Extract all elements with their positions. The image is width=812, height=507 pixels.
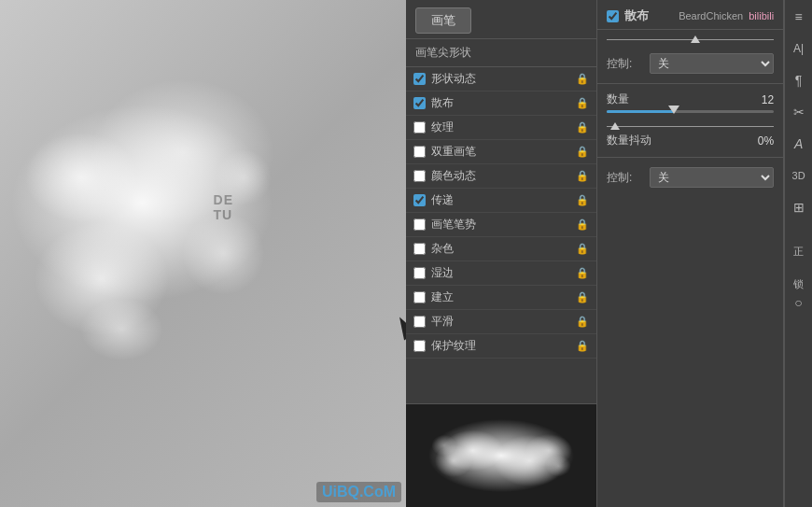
lock-icon-protect: 🔒	[576, 340, 589, 352]
checkbox-smooth[interactable]	[413, 316, 426, 328]
count-slider-thumb[interactable]	[668, 106, 679, 114]
label-scatter: 散布	[431, 95, 572, 111]
right-toolbar: ≡ A| ¶ ✂ A 3D ⊞ 正 锁 ○	[784, 0, 812, 507]
control-dropdown-1[interactable]: 关	[650, 53, 774, 74]
checkbox-protect-texture[interactable]	[413, 340, 426, 352]
lock-icon-shape: 🔒	[576, 73, 589, 85]
checkbox-scatter[interactable]	[413, 97, 426, 109]
scatter-panel: 散布 BeardChicken bilibili 控制: 关 数量	[597, 0, 784, 507]
toolbar-icon-lock[interactable]: 锁	[787, 259, 811, 283]
checkbox-noise[interactable]	[413, 243, 426, 255]
count-slider-track[interactable]	[607, 110, 774, 113]
lock-icon-dual: 🔒	[576, 146, 589, 158]
right-section: 画笔 画笔尖形状 形状动态 🔒 散布 🔒 纹理 🔒 双重画笔 🔒 颜色动态 🔒	[406, 0, 812, 507]
checkbox-dual-brush[interactable]	[413, 146, 426, 158]
scatter-header: 散布 BeardChicken bilibili	[597, 0, 783, 30]
scatter-slider-area	[597, 30, 783, 48]
count-value: 12	[762, 93, 774, 106]
count-jitter-value: 0%	[758, 134, 774, 148]
checkbox-transfer[interactable]	[413, 194, 426, 206]
option-shape-dynamics[interactable]: 形状动态 🔒	[406, 67, 596, 92]
count-jitter-label-row: 数量抖动 0%	[607, 133, 774, 148]
checkbox-brush-pose[interactable]	[413, 218, 426, 231]
divider-1	[597, 83, 783, 84]
brush-btn-area: 画笔	[406, 0, 596, 39]
toolbar-icon-grid[interactable]: ⊞	[787, 195, 811, 219]
lock-icon-build: 🔒	[576, 291, 589, 303]
label-noise: 杂色	[431, 241, 572, 257]
toolbar-icon-font[interactable]: A	[787, 132, 811, 156]
bilibili-logo: bilibili	[749, 10, 774, 21]
lock-icon-pose: 🔒	[576, 218, 589, 231]
lock-icon-scatter: 🔒	[576, 97, 589, 109]
brush-panel: 画笔 画笔尖形状 形状动态 🔒 散布 🔒 纹理 🔒 双重画笔 🔒 颜色动态 🔒	[406, 0, 597, 507]
lock-icon-smooth: 🔒	[576, 316, 589, 328]
option-color-dynamics[interactable]: 颜色动态 🔒	[406, 164, 596, 189]
count-slider-container: 数量 12	[597, 88, 783, 122]
label-smooth: 平滑	[431, 314, 572, 330]
toolbar-icon-paragraph[interactable]: ¶	[787, 68, 811, 92]
uibq-watermark: UiBQ.CoM	[316, 482, 401, 502]
lock-icon-transfer: 🔒	[576, 194, 589, 206]
option-dual-brush[interactable]: 双重画笔 🔒	[406, 140, 596, 164]
option-wet-edges[interactable]: 湿边 🔒	[406, 261, 596, 286]
toolbar-icon-3d[interactable]: 3D	[787, 163, 811, 188]
brush-preview	[406, 403, 596, 507]
label-brush-pose: 画笔笔势	[431, 217, 572, 232]
control-dropdown-2[interactable]: 关	[650, 167, 774, 188]
toolbar-icon-menu[interactable]: ≡	[787, 5, 811, 29]
option-texture[interactable]: 纹理 🔒	[406, 116, 596, 140]
lock-icon-wet: 🔒	[576, 267, 589, 279]
count-label: 数量	[607, 92, 629, 107]
lock-icon-noise: 🔒	[576, 243, 589, 255]
checkbox-shape-dynamics[interactable]	[413, 73, 426, 85]
label-protect-texture: 保护纹理	[431, 338, 572, 354]
label-build: 建立	[431, 289, 572, 305]
count-jitter-thumb-up[interactable]	[610, 122, 620, 130]
label-transfer: 传递	[431, 192, 572, 208]
scatter-slider-thumb-up[interactable]	[691, 35, 700, 43]
canvas-area: DETU UiBQ.CoM	[0, 0, 406, 507]
label-wet-edges: 湿边	[431, 265, 572, 281]
control-row-1: 控制: 关	[597, 48, 783, 79]
toolbar-icon-circle[interactable]: ○	[787, 290, 811, 315]
toolbar-icon-align[interactable]: 正	[787, 227, 811, 251]
toolbar-icon-scissors[interactable]: ✂	[787, 100, 811, 124]
option-build[interactable]: 建立 🔒	[406, 286, 596, 310]
option-noise[interactable]: 杂色 🔒	[406, 237, 596, 261]
cloud-background	[0, 0, 406, 507]
lock-icon-color: 🔒	[576, 170, 589, 182]
brush-button[interactable]: 画笔	[415, 7, 471, 34]
option-scatter[interactable]: 散布 🔒	[406, 92, 596, 116]
count-jitter-container: 数量抖动 0%	[597, 122, 783, 153]
label-texture: 纹理	[431, 120, 572, 135]
option-smooth[interactable]: 平滑 🔒	[406, 310, 596, 334]
beard-chicken-watermark: BeardChicken	[679, 10, 743, 21]
label-shape-dynamics: 形状动态	[431, 71, 572, 87]
count-jitter-label: 数量抖动	[607, 133, 651, 148]
toolbar-icon-text[interactable]: A|	[787, 36, 811, 61]
brush-section-title: 画笔尖形状	[406, 39, 596, 67]
option-transfer[interactable]: 传递 🔒	[406, 189, 596, 213]
brush-preview-image	[406, 404, 596, 507]
label-dual-brush: 双重画笔	[431, 144, 572, 160]
control-label-2: 控制:	[607, 170, 644, 186]
option-protect-texture[interactable]: 保护纹理 🔒	[406, 334, 596, 359]
control-row-2: 控制: 关	[597, 162, 783, 193]
lock-icon-texture: 🔒	[576, 121, 589, 134]
scatter-title: 散布	[624, 7, 649, 24]
checkbox-wet-edges[interactable]	[413, 267, 426, 279]
checkbox-build[interactable]	[413, 291, 426, 303]
watermark-text: DETU	[214, 192, 233, 222]
count-slider-fill	[607, 110, 674, 113]
scatter-checkbox[interactable]	[607, 10, 619, 22]
divider-2	[597, 157, 783, 158]
checkbox-color-dynamics[interactable]	[413, 170, 426, 182]
control-label-1: 控制:	[607, 56, 644, 72]
checkbox-texture[interactable]	[413, 121, 426, 134]
count-label-row: 数量 12	[607, 92, 774, 107]
option-brush-pose[interactable]: 画笔笔势 🔒	[406, 213, 596, 237]
label-color-dynamics: 颜色动态	[431, 168, 572, 184]
